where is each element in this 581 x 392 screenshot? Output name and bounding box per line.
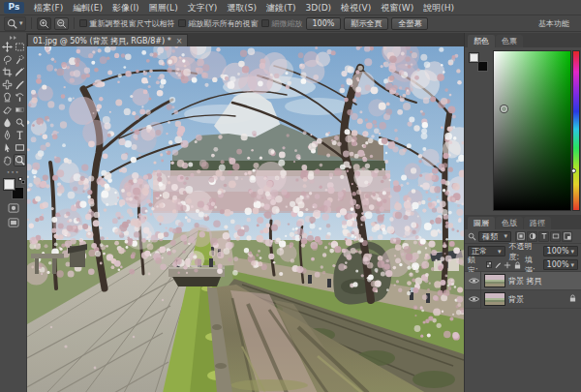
menu-select[interactable]: 選取(S) xyxy=(222,0,261,15)
lock-all-icon[interactable] xyxy=(513,260,521,269)
panel-foreground-background-swatches[interactable] xyxy=(469,52,488,72)
blur-tool[interactable] xyxy=(1,116,14,129)
screen-mode-button[interactable] xyxy=(6,217,21,228)
dodge-tool[interactable] xyxy=(14,116,26,129)
close-icon[interactable]: × xyxy=(176,37,183,45)
smart-objects-filter-icon[interactable] xyxy=(562,231,572,242)
brush-icon xyxy=(15,79,25,90)
default-colors-icon[interactable] xyxy=(18,177,25,184)
fill-screen-button[interactable]: 全螢幕 xyxy=(391,17,428,30)
tool-preset-picker[interactable]: ▾ xyxy=(4,16,26,31)
edit-toolbar-button[interactable]: ••• xyxy=(7,168,20,175)
tab-color[interactable]: 顏色 xyxy=(468,35,495,47)
clone-stamp-tool[interactable] xyxy=(1,91,14,104)
crop-tool[interactable] xyxy=(1,66,14,78)
menu-file[interactable]: 檔案(F) xyxy=(29,0,68,15)
menu-bar: Ps 檔案(F) 編輯(E) 影像(I) 圖層(L) 文字(Y) 選取(S) 濾… xyxy=(0,0,581,15)
spot-healing-brush-tool[interactable] xyxy=(1,78,14,91)
chevron-down-icon: ▾ xyxy=(570,248,574,256)
zoom-all-windows-checkbox[interactable]: 縮放顯示所有的視窗 xyxy=(178,18,259,29)
foreground-color-swatch[interactable] xyxy=(469,52,479,63)
layer-visibility-toggle[interactable] xyxy=(467,272,481,290)
tab-layers[interactable]: 圖層 xyxy=(468,217,495,229)
lock-position-icon[interactable] xyxy=(504,260,511,269)
document-canvas[interactable] xyxy=(27,46,464,392)
actual-pixels-button[interactable]: 100% xyxy=(306,17,342,30)
ps-logo: Ps xyxy=(4,2,24,14)
menu-help[interactable]: 說明(H) xyxy=(418,0,459,15)
menu-image[interactable]: 影像(I) xyxy=(107,0,144,15)
eye-icon xyxy=(469,277,479,285)
options-bar: ▾ 重新調整視窗尺寸以相符 縮放顯示所有的視窗 細微縮放 100% 顯示全頁 全… xyxy=(0,15,581,32)
chevron-down-icon: ▾ xyxy=(504,232,507,240)
history-brush-tool[interactable] xyxy=(14,91,26,104)
zoom-out-icon xyxy=(56,18,67,29)
move-tool[interactable] xyxy=(1,41,14,53)
eraser-tool[interactable] xyxy=(1,104,14,116)
brush-tool[interactable] xyxy=(14,78,26,91)
zoom-out-button[interactable] xyxy=(54,17,69,30)
rectangle-icon xyxy=(15,142,25,153)
menu-layer[interactable]: 圖層(L) xyxy=(144,0,183,15)
fill-value: 100% xyxy=(547,260,569,269)
foreground-color-swatch[interactable] xyxy=(3,178,15,191)
tab-channels[interactable]: 色版 xyxy=(496,217,523,229)
quick-selection-tool[interactable] xyxy=(14,53,26,66)
marquee-icon xyxy=(15,42,25,52)
tab-paths[interactable]: 路徑 xyxy=(524,217,551,229)
checkbox-icon xyxy=(178,19,186,27)
type-tool[interactable] xyxy=(14,129,26,141)
zoom-in-button[interactable] xyxy=(37,17,51,30)
color-panel xyxy=(465,47,581,215)
quick-mask-button[interactable] xyxy=(6,202,21,214)
color-field[interactable] xyxy=(493,50,571,211)
hand-tool[interactable] xyxy=(1,154,14,166)
layer-row-background-copy[interactable]: 背景 拷貝 xyxy=(465,272,581,290)
lock-pixels-icon[interactable] xyxy=(494,260,502,269)
path-selection-tool[interactable] xyxy=(1,141,14,154)
foreground-background-swatches[interactable] xyxy=(3,178,24,199)
gradient-tool[interactable] xyxy=(14,104,26,116)
color-field-marker[interactable] xyxy=(501,106,507,112)
menu-type[interactable]: 文字(Y) xyxy=(183,0,223,15)
pen-icon xyxy=(2,130,13,140)
tools-panel: ••• xyxy=(0,33,27,392)
lasso-tool[interactable] xyxy=(1,53,14,66)
menu-3d[interactable]: 3D(D) xyxy=(300,0,336,15)
workspace-switcher[interactable]: 基本功能 xyxy=(531,18,577,29)
menu-edit[interactable]: 編輯(E) xyxy=(68,0,107,15)
layer-thumbnail[interactable] xyxy=(484,292,505,306)
checkbox-icon xyxy=(261,19,269,27)
menu-view[interactable]: 檢視(V) xyxy=(336,0,376,15)
zoom-tool[interactable] xyxy=(14,154,26,166)
fill-dropdown[interactable]: 100% ▾ xyxy=(543,259,578,270)
resize-windows-checkbox[interactable]: 重新調整視窗尺寸以相符 xyxy=(79,18,175,29)
filter-kind-label: 種類 xyxy=(482,231,498,242)
shape-layers-filter-icon[interactable] xyxy=(550,231,561,242)
layer-filter-dropdown[interactable]: 種類 ▾ xyxy=(478,231,511,242)
hue-slider[interactable] xyxy=(572,50,580,211)
layer-thumbnail[interactable] xyxy=(484,274,505,287)
eyedropper-tool[interactable] xyxy=(14,66,26,78)
layer-row-background[interactable]: 背景 xyxy=(465,290,581,309)
hue-slider-marker[interactable] xyxy=(571,168,576,173)
gradient-icon xyxy=(15,105,25,115)
rectangular-marquee-tool[interactable] xyxy=(14,41,26,53)
menu-filter[interactable]: 濾鏡(T) xyxy=(261,0,301,15)
layers-empty-area xyxy=(465,309,581,392)
pen-tool[interactable] xyxy=(1,129,14,141)
fit-screen-button[interactable]: 顯示全頁 xyxy=(344,17,388,30)
photoshop-window: Ps 檔案(F) 編輯(E) 影像(I) 圖層(L) 文字(Y) 選取(S) 濾… xyxy=(0,0,581,392)
lasso-icon xyxy=(2,54,13,65)
lock-transparency-icon[interactable] xyxy=(486,261,492,268)
toolbar-collapse-button[interactable] xyxy=(0,34,26,41)
document-tab[interactable]: 01.jpg @ 50% (背景 拷貝, RGB/8#) * × xyxy=(27,34,188,46)
zoom-icon xyxy=(15,155,25,166)
layer-visibility-toggle[interactable] xyxy=(467,290,481,309)
crop-icon xyxy=(2,67,13,77)
menu-window[interactable]: 視窗(W) xyxy=(376,0,418,15)
tab-swatches[interactable]: 色票 xyxy=(496,35,523,47)
opacity-dropdown[interactable]: 100% ▾ xyxy=(543,246,578,256)
chevron-down-icon: ▾ xyxy=(570,261,574,269)
rectangle-shape-tool[interactable] xyxy=(14,141,26,154)
